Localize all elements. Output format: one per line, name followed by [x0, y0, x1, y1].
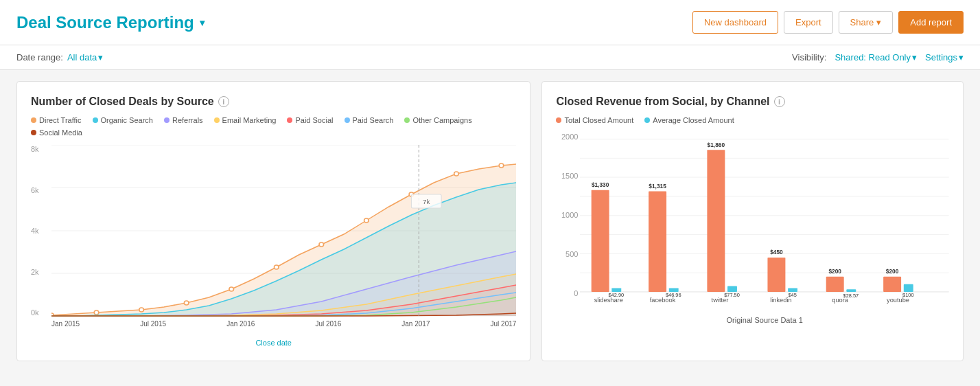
chart2-legend-item: Total Closed Amount [556, 116, 633, 124]
svg-text:$1,315: $1,315 [649, 183, 667, 190]
chart1-legend-item: Organic Search [93, 116, 153, 124]
chart-closed-deals: Number of Closed Deals by Source i Direc… [16, 81, 530, 361]
legend-dot [345, 117, 350, 123]
y-label-4k: 4k [31, 227, 50, 235]
svg-point-10 [274, 265, 279, 269]
legend-label: Total Closed Amount [564, 116, 633, 124]
legend-label: Social Media [39, 128, 82, 137]
chart1-legend-item: Email Marketing [214, 116, 277, 124]
chart1-info-icon[interactable]: i [218, 96, 229, 107]
chart1-svg: 7k [51, 145, 516, 317]
svg-text:slideshare: slideshare [594, 297, 623, 304]
legend-label: Referrals [172, 116, 203, 124]
legend-dot [93, 117, 98, 123]
visibility-value: Shared: Read Only [835, 52, 911, 63]
x-label-jul2016: Jul 2016 [315, 320, 341, 337]
svg-text:linkedin: linkedin [771, 297, 792, 304]
legend-dot [644, 117, 650, 123]
legend-dot [31, 117, 36, 123]
y2-2000: 2000 [556, 133, 578, 141]
legend-dot [556, 117, 561, 123]
svg-text:facebook: facebook [650, 297, 676, 304]
chart2-legend-item: Average Closed Amount [644, 116, 734, 124]
chart1-x-axis-label: Close date [31, 339, 516, 347]
chart2-area: 2000 1500 1000 500 0 [556, 133, 949, 332]
share-button[interactable]: Share ▾ [839, 11, 894, 34]
chart1-title: Number of Closed Deals by Source i [31, 95, 516, 108]
date-range-chevron-icon: ▾ [98, 52, 103, 63]
legend-label: Paid Search [353, 116, 394, 124]
chart2-title: Closed Revenue from Social, by Channel i [556, 95, 949, 108]
y2-1500: 1500 [556, 172, 578, 180]
y2-1000: 1000 [556, 211, 578, 219]
y-label-0k: 0k [31, 308, 50, 317]
chart1-y-axis: 8k 6k 4k 2k 0k [31, 145, 50, 317]
svg-point-8 [184, 301, 189, 305]
toolbar-left: Date range: All data ▾ [16, 52, 103, 63]
chart2-title-text: Closed Revenue from Social, by Channel [556, 95, 769, 108]
legend-label: Organic Search [101, 116, 153, 124]
svg-rect-48 [826, 277, 844, 292]
legend-dot [287, 117, 292, 123]
legend-label: Average Closed Amount [653, 116, 734, 124]
svg-text:$450: $450 [771, 249, 784, 256]
y-label-8k: 8k [31, 145, 50, 153]
svg-text:$200: $200 [829, 268, 842, 275]
date-range-selector[interactable]: All data ▾ [67, 52, 103, 63]
chart1-x-axis: Jan 2015 Jul 2015 Jan 2016 Jul 2016 Jan … [51, 320, 516, 337]
legend-label: Email Marketing [222, 116, 277, 124]
svg-text:$200: $200 [886, 268, 899, 275]
settings-chevron-icon: ▾ [959, 52, 964, 63]
x-label-jan2015: Jan 2015 [51, 320, 80, 337]
settings-button[interactable]: Settings ▾ [925, 52, 964, 63]
title-chevron-icon[interactable]: ▾ [200, 17, 205, 28]
svg-point-6 [94, 310, 99, 315]
svg-point-15 [499, 163, 504, 168]
svg-rect-40 [727, 286, 737, 292]
visibility-label: Visibility: [792, 52, 826, 63]
svg-text:twitter: twitter [712, 297, 729, 304]
x-label-jul2017: Jul 2017 [491, 320, 517, 337]
toolbar: Date range: All data ▾ Visibility: Share… [0, 45, 980, 70]
chart1-legend: Direct TrafficOrganic SearchReferralsEma… [31, 116, 516, 137]
title-text: Deal Source Reporting [16, 13, 194, 32]
svg-rect-28 [592, 190, 609, 292]
svg-text:$1,860: $1,860 [708, 141, 725, 148]
chart1-legend-item: Referrals [164, 116, 203, 124]
chart2-y-axis: 2000 1500 1000 500 0 [556, 133, 578, 297]
share-label: Share [850, 17, 874, 27]
chart2-x-axis-sublabel: Original Source Data 1 [580, 316, 949, 324]
export-button[interactable]: Export [784, 11, 833, 34]
svg-text:youtube: youtube [887, 297, 909, 304]
svg-rect-43 [768, 258, 786, 292]
chart1-legend-item: Direct Traffic [31, 116, 82, 124]
header: Deal Source Reporting ▾ New dashboard Ex… [0, 0, 980, 45]
y2-500: 500 [556, 250, 578, 258]
y2-0: 0 [556, 289, 578, 297]
svg-rect-35 [669, 288, 679, 292]
chart1-legend-item: Paid Search [345, 116, 394, 124]
svg-rect-30 [612, 288, 622, 292]
x-label-jan2017: Jan 2017 [401, 320, 430, 337]
chart2-info-icon[interactable]: i [774, 96, 785, 107]
legend-label: Direct Traffic [39, 116, 82, 124]
svg-rect-50 [847, 289, 856, 292]
chart1-legend-item: Other Campaigns [404, 116, 471, 124]
share-chevron-icon: ▾ [876, 17, 881, 27]
x-label-jan2016: Jan 2016 [226, 320, 255, 337]
svg-rect-33 [649, 192, 666, 292]
new-dashboard-button[interactable]: New dashboard [692, 11, 778, 34]
svg-text:$1,330: $1,330 [592, 181, 609, 188]
svg-rect-55 [904, 284, 913, 292]
legend-dot [164, 117, 170, 123]
legend-label: Other Campaigns [412, 116, 471, 124]
svg-point-11 [319, 242, 324, 247]
y-label-6k: 6k [31, 186, 50, 194]
chart1-area: 8k 6k 4k 2k 0k [31, 145, 516, 337]
svg-text:7k: 7k [423, 198, 430, 205]
add-report-button[interactable]: Add report [898, 11, 964, 34]
visibility-selector[interactable]: Shared: Read Only ▾ [835, 52, 917, 63]
svg-rect-45 [788, 288, 797, 292]
chart1-title-text: Number of Closed Deals by Source [31, 95, 214, 108]
chart2-svg: $1,330 $42.90 slideshare $1,315 $46.96 f… [580, 133, 949, 311]
